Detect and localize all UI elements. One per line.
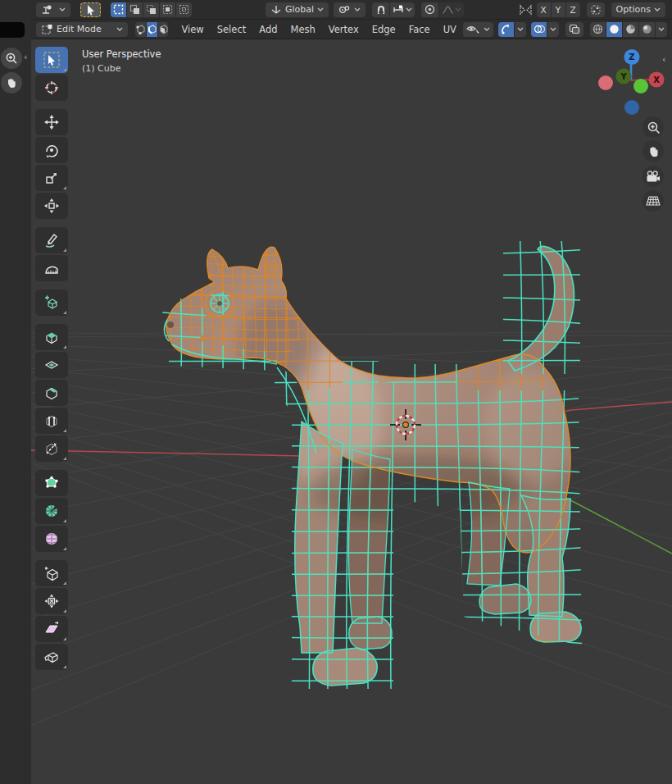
tool-transform[interactable] (35, 193, 68, 219)
mirror-z-button[interactable]: Z (566, 2, 580, 17)
menu-mesh[interactable]: Mesh (284, 22, 321, 37)
cursor-arrow-icon[interactable] (80, 2, 101, 17)
viewport-canvas (31, 39, 672, 784)
mirror-y-button[interactable]: Y (552, 2, 565, 17)
gizmo-neg-x-ball[interactable] (598, 75, 613, 90)
menu-vertex[interactable]: Vertex (322, 22, 366, 37)
orientation-dropdown[interactable]: Global (266, 2, 329, 17)
tool-shear[interactable] (35, 616, 68, 642)
gizmo-z-label: Z (629, 52, 634, 62)
left-editor-strip: ‹ (0, 0, 33, 784)
camera-view-icon[interactable] (642, 166, 664, 187)
rendered-shading-icon[interactable] (639, 22, 655, 37)
tool-edge-slide[interactable] (35, 560, 68, 586)
wireframe-shading-icon[interactable] (590, 22, 606, 37)
select-mode-group (111, 2, 192, 17)
tool-knife[interactable] (35, 435, 68, 462)
grid-ortho-icon[interactable] (642, 190, 664, 212)
tool-rotate[interactable] (35, 137, 68, 163)
solid-shading-icon[interactable] (606, 22, 622, 37)
viewport-header-right (463, 22, 667, 37)
tool-annotate[interactable] (35, 227, 68, 253)
navigation-gizmo[interactable]: Y Z X (598, 49, 667, 118)
select-mode-set[interactable] (111, 2, 126, 17)
gizmos-icon[interactable] (498, 22, 514, 37)
proportional-editing-icon[interactable] (421, 2, 438, 17)
tool-smooth[interactable] (35, 526, 68, 552)
object-name-overlay: (1) Cube (82, 63, 120, 74)
toggle-xray-icon[interactable] (565, 22, 583, 37)
menu-select[interactable]: Select (211, 22, 252, 37)
tweak-tool-icon[interactable] (36, 2, 70, 17)
select-mode-invert[interactable] (160, 2, 175, 17)
3d-viewport[interactable]: User Perspective (1) Cube (31, 39, 672, 784)
orientation-label: Global (285, 4, 314, 15)
overlays-dropdown-chevron[interactable] (547, 22, 559, 37)
mode-dropdown[interactable]: Edit Mode (36, 22, 128, 37)
material-preview-icon[interactable] (623, 22, 638, 37)
snap-symmetry-icon[interactable] (587, 2, 605, 17)
partial-header-field (0, 22, 25, 38)
tool-tweak[interactable] (35, 47, 68, 73)
shading-dropdown-chevron[interactable] (656, 22, 667, 37)
gizmos-dropdown-chevron[interactable] (515, 22, 526, 37)
select-mode-extend[interactable] (127, 2, 143, 17)
tool-loop-cut[interactable] (35, 408, 68, 434)
show-hide-icon[interactable] (463, 22, 493, 37)
tool-add-cube[interactable] (35, 289, 68, 316)
mode-label: Edit Mode (57, 24, 102, 34)
menu-uv[interactable]: UV (437, 22, 463, 37)
collapse-left-chevron[interactable]: ‹ (24, 52, 27, 62)
tool-scale[interactable] (35, 165, 68, 191)
tool-move[interactable] (35, 109, 68, 135)
tool-cursor[interactable] (35, 75, 68, 101)
edit-mode-icon (41, 24, 53, 35)
tool-settings-bar: Global X Y Z (31, 0, 672, 20)
pan-hand-icon[interactable] (642, 140, 664, 162)
tool-extrude-region[interactable] (35, 324, 68, 350)
mirror-x-button[interactable]: X (537, 2, 551, 17)
gizmo-neg-z-ball[interactable] (624, 100, 639, 115)
select-mode-subtract[interactable] (143, 2, 159, 17)
viewport-header: Edit Mode View Select Add Mesh Vertex Ed… (31, 20, 672, 39)
zoom-icon[interactable] (1, 48, 22, 69)
dog-nose (167, 321, 174, 328)
tool-rip-region[interactable] (35, 644, 68, 670)
tool-spin[interactable] (35, 498, 68, 524)
pan-hand-icon[interactable] (1, 72, 22, 93)
tool-bevel[interactable] (35, 380, 68, 406)
tool-poly-build[interactable] (35, 470, 68, 496)
tool-shrink-fatten[interactable] (35, 588, 68, 614)
orientation-icon (270, 4, 282, 15)
vertex-select-icon[interactable] (135, 22, 146, 37)
shading-group (590, 22, 667, 37)
tool-inset-faces[interactable] (35, 352, 68, 378)
options-label: Options (616, 4, 651, 15)
tool-settings-right: X Y Z Options (519, 2, 672, 17)
gizmo-neg-y-ball[interactable] (633, 79, 648, 93)
options-dropdown[interactable]: Options (611, 2, 665, 17)
zoom-icon[interactable] (642, 116, 664, 138)
mesh-select-mode-group (135, 22, 169, 37)
face-select-icon[interactable] (158, 22, 169, 37)
dog-mesh[interactable] (154, 241, 597, 691)
overlays-group (531, 22, 559, 37)
magnet-icon[interactable] (372, 2, 389, 17)
collapse-right-chevron[interactable]: ‹ (662, 54, 665, 65)
menu-view[interactable]: View (175, 22, 210, 37)
tool-measure[interactable] (35, 255, 68, 281)
pivot-point-icon[interactable] (334, 2, 366, 17)
edge-select-icon[interactable] (147, 22, 157, 37)
menu-face[interactable]: Face (402, 22, 437, 37)
menu-add[interactable]: Add (252, 22, 284, 37)
overlays-icon[interactable] (531, 22, 547, 37)
select-mode-intersect[interactable] (176, 2, 192, 17)
mirror-icon (519, 4, 533, 16)
proportional-group (421, 2, 464, 17)
snap-group (372, 2, 415, 17)
gizmo-x-label: X (653, 75, 660, 84)
smooth-falloff-icon[interactable] (439, 2, 464, 17)
menu-edge[interactable]: Edge (366, 22, 402, 37)
viewport-toolbar (35, 46, 73, 671)
increment-snap-icon[interactable] (390, 2, 415, 17)
